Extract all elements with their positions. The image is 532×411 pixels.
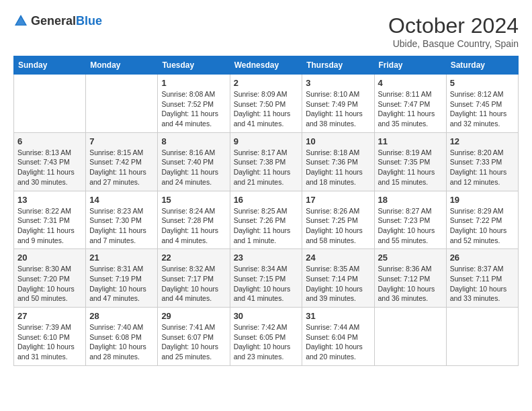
day-number: 17 [306, 195, 370, 205]
calendar-cell: 27Sunrise: 7:39 AM Sunset: 6:10 PM Dayli… [14, 308, 86, 366]
day-info: Sunrise: 7:41 AM Sunset: 6:07 PM Dayligh… [161, 322, 226, 362]
calendar-title: October 2024 [388, 13, 519, 38]
calendar-cell: 18Sunrise: 8:27 AM Sunset: 7:23 PM Dayli… [374, 191, 446, 249]
day-number: 6 [17, 136, 82, 146]
day-number: 7 [89, 136, 154, 146]
day-info: Sunrise: 8:24 AM Sunset: 7:28 PM Dayligh… [161, 206, 226, 246]
day-info: Sunrise: 8:13 AM Sunset: 7:43 PM Dayligh… [17, 148, 82, 187]
calendar-cell [446, 308, 518, 366]
calendar-cell: 2Sunrise: 8:09 AM Sunset: 7:50 PM Daylig… [230, 75, 302, 133]
calendar-cell: 11Sunrise: 8:19 AM Sunset: 7:35 PM Dayli… [374, 132, 446, 191]
week-row-2: 6Sunrise: 8:13 AM Sunset: 7:43 PM Daylig… [14, 132, 519, 191]
day-info: Sunrise: 8:09 AM Sunset: 7:50 PM Dayligh… [234, 89, 299, 129]
day-info: Sunrise: 8:30 AM Sunset: 7:20 PM Dayligh… [17, 264, 82, 304]
day-info: Sunrise: 8:18 AM Sunset: 7:36 PM Dayligh… [306, 148, 370, 187]
calendar-cell: 24Sunrise: 8:35 AM Sunset: 7:14 PM Dayli… [302, 249, 374, 308]
day-number: 11 [378, 136, 443, 146]
day-number: 22 [161, 253, 226, 263]
weekday-header-friday: Friday [374, 56, 446, 75]
logo: GeneralBlue [13, 13, 102, 28]
day-number: 28 [89, 311, 154, 321]
day-info: Sunrise: 8:27 AM Sunset: 7:23 PM Dayligh… [378, 206, 443, 246]
day-info: Sunrise: 8:19 AM Sunset: 7:35 PM Dayligh… [378, 148, 443, 187]
calendar-cell: 26Sunrise: 8:37 AM Sunset: 7:11 PM Dayli… [446, 249, 518, 308]
day-info: Sunrise: 8:08 AM Sunset: 7:52 PM Dayligh… [161, 89, 226, 129]
calendar-cell: 20Sunrise: 8:30 AM Sunset: 7:20 PM Dayli… [14, 249, 86, 308]
day-info: Sunrise: 8:11 AM Sunset: 7:47 PM Dayligh… [378, 89, 443, 129]
calendar-cell: 29Sunrise: 7:41 AM Sunset: 6:07 PM Dayli… [158, 308, 230, 366]
calendar-cell: 14Sunrise: 8:23 AM Sunset: 7:30 PM Dayli… [86, 191, 158, 249]
day-number: 15 [161, 195, 226, 205]
day-number: 26 [450, 253, 515, 263]
calendar-table: SundayMondayTuesdayWednesdayThursdayFrid… [13, 56, 519, 366]
calendar-cell: 21Sunrise: 8:31 AM Sunset: 7:19 PM Dayli… [86, 249, 158, 308]
day-number: 19 [450, 195, 515, 205]
calendar-cell: 22Sunrise: 8:32 AM Sunset: 7:17 PM Dayli… [158, 249, 230, 308]
calendar-cell: 3Sunrise: 8:10 AM Sunset: 7:49 PM Daylig… [302, 75, 374, 133]
day-number: 30 [234, 311, 299, 321]
calendar-cell [14, 75, 86, 133]
day-info: Sunrise: 8:25 AM Sunset: 7:26 PM Dayligh… [234, 206, 299, 246]
day-number: 18 [378, 195, 443, 205]
calendar-cell: 12Sunrise: 8:20 AM Sunset: 7:33 PM Dayli… [446, 132, 518, 191]
day-number: 1 [161, 78, 226, 88]
day-number: 31 [306, 311, 370, 321]
weekday-header-row: SundayMondayTuesdayWednesdayThursdayFrid… [14, 56, 519, 75]
day-number: 10 [306, 136, 370, 146]
day-number: 5 [450, 78, 515, 88]
day-number: 8 [161, 136, 226, 146]
day-info: Sunrise: 8:20 AM Sunset: 7:33 PM Dayligh… [450, 148, 515, 187]
week-row-1: 1Sunrise: 8:08 AM Sunset: 7:52 PM Daylig… [14, 75, 519, 133]
calendar-cell: 13Sunrise: 8:22 AM Sunset: 7:31 PM Dayli… [14, 191, 86, 249]
logo-blue: Blue [76, 14, 102, 28]
week-row-3: 13Sunrise: 8:22 AM Sunset: 7:31 PM Dayli… [14, 191, 519, 249]
day-number: 12 [450, 136, 515, 146]
calendar-cell: 16Sunrise: 8:25 AM Sunset: 7:26 PM Dayli… [230, 191, 302, 249]
day-info: Sunrise: 7:39 AM Sunset: 6:10 PM Dayligh… [17, 322, 82, 362]
day-info: Sunrise: 8:32 AM Sunset: 7:17 PM Dayligh… [161, 264, 226, 304]
day-info: Sunrise: 8:31 AM Sunset: 7:19 PM Dayligh… [89, 264, 154, 304]
calendar-cell: 23Sunrise: 8:34 AM Sunset: 7:15 PM Dayli… [230, 249, 302, 308]
logo-general: General [31, 14, 76, 28]
weekday-header-monday: Monday [86, 56, 158, 75]
calendar-cell [86, 75, 158, 133]
day-info: Sunrise: 8:23 AM Sunset: 7:30 PM Dayligh… [89, 206, 154, 246]
calendar-cell: 28Sunrise: 7:40 AM Sunset: 6:08 PM Dayli… [86, 308, 158, 366]
weekday-header-thursday: Thursday [302, 56, 374, 75]
calendar-cell: 25Sunrise: 8:36 AM Sunset: 7:12 PM Dayli… [374, 249, 446, 308]
day-info: Sunrise: 8:29 AM Sunset: 7:22 PM Dayligh… [450, 206, 515, 246]
calendar-cell: 30Sunrise: 7:42 AM Sunset: 6:05 PM Dayli… [230, 308, 302, 366]
week-row-4: 20Sunrise: 8:30 AM Sunset: 7:20 PM Dayli… [14, 249, 519, 308]
calendar-cell: 6Sunrise: 8:13 AM Sunset: 7:43 PM Daylig… [14, 132, 86, 191]
day-info: Sunrise: 8:36 AM Sunset: 7:12 PM Dayligh… [378, 264, 443, 304]
day-number: 2 [234, 78, 299, 88]
calendar-cell [374, 308, 446, 366]
header: GeneralBlue October 2024 Ubide, Basque C… [13, 13, 519, 49]
calendar-cell: 7Sunrise: 8:15 AM Sunset: 7:42 PM Daylig… [86, 132, 158, 191]
day-number: 24 [306, 253, 370, 263]
day-number: 29 [161, 311, 226, 321]
day-info: Sunrise: 7:44 AM Sunset: 6:04 PM Dayligh… [306, 322, 370, 362]
weekday-header-saturday: Saturday [446, 56, 518, 75]
weekday-header-sunday: Sunday [14, 56, 86, 75]
day-number: 20 [17, 253, 82, 263]
day-number: 23 [234, 253, 299, 263]
title-area: October 2024 Ubide, Basque Country, Spai… [388, 13, 519, 49]
day-number: 16 [234, 195, 299, 205]
calendar-cell: 17Sunrise: 8:26 AM Sunset: 7:25 PM Dayli… [302, 191, 374, 249]
calendar-cell: 1Sunrise: 8:08 AM Sunset: 7:52 PM Daylig… [158, 75, 230, 133]
day-info: Sunrise: 8:35 AM Sunset: 7:14 PM Dayligh… [306, 264, 370, 304]
day-number: 9 [234, 136, 299, 146]
calendar-cell: 8Sunrise: 8:16 AM Sunset: 7:40 PM Daylig… [158, 132, 230, 191]
day-number: 13 [17, 195, 82, 205]
week-row-5: 27Sunrise: 7:39 AM Sunset: 6:10 PM Dayli… [14, 308, 519, 366]
day-info: Sunrise: 8:12 AM Sunset: 7:45 PM Dayligh… [450, 89, 515, 129]
day-info: Sunrise: 8:10 AM Sunset: 7:49 PM Dayligh… [306, 89, 370, 129]
day-number: 3 [306, 78, 370, 88]
calendar-cell: 4Sunrise: 8:11 AM Sunset: 7:47 PM Daylig… [374, 75, 446, 133]
calendar-cell: 19Sunrise: 8:29 AM Sunset: 7:22 PM Dayli… [446, 191, 518, 249]
day-info: Sunrise: 8:37 AM Sunset: 7:11 PM Dayligh… [450, 264, 515, 304]
day-number: 27 [17, 311, 82, 321]
day-number: 25 [378, 253, 443, 263]
day-info: Sunrise: 7:40 AM Sunset: 6:08 PM Dayligh… [89, 322, 154, 362]
